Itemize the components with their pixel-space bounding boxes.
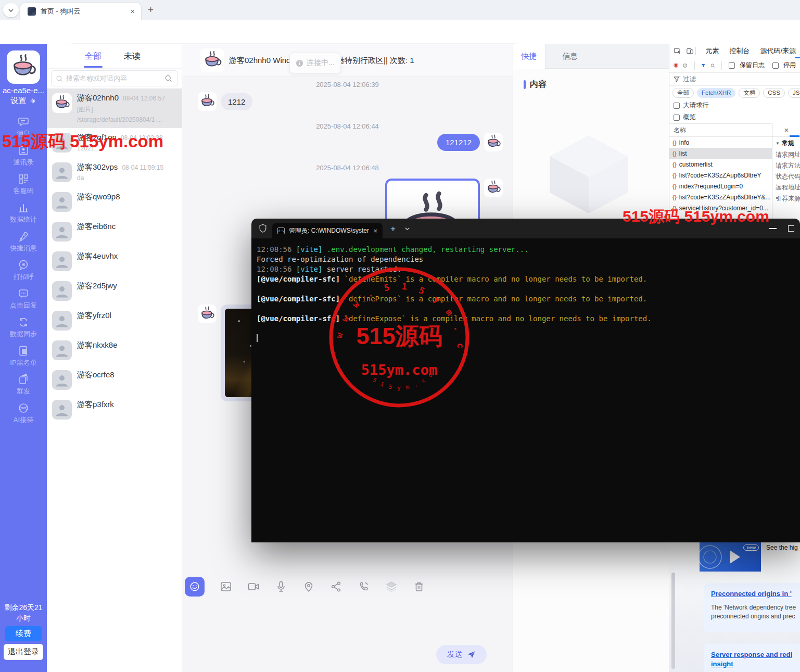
insight-link[interactable]: insight: [711, 660, 800, 669]
filter-chip[interactable]: 全部: [672, 88, 694, 98]
sidebar-item-click-reply[interactable]: 点击回复: [0, 285, 47, 313]
terminal-title-bar[interactable]: 管理员: C:\WINDOWS\system +: [251, 219, 800, 238]
request-row[interactable]: customerlist: [669, 159, 772, 170]
scrollbar-thumb[interactable]: [671, 573, 675, 669]
sidebar-item-greeting[interactable]: HI 打招呼: [0, 256, 47, 285]
network-filter-input[interactable]: [683, 75, 761, 83]
big-request-rows-checkbox[interactable]: [674, 103, 680, 109]
terminal-output[interactable]: 12:08:56 [vite] .env.development changed…: [251, 238, 800, 542]
sidebar-item-settings[interactable]: 设置: [0, 96, 47, 106]
general-section-header[interactable]: 常规: [772, 137, 800, 149]
tab-search-button[interactable]: [3, 3, 19, 17]
insight-card[interactable]: Server response and redi insight: [704, 644, 800, 672]
sidebar-item-broadcast[interactable]: 群发: [0, 371, 47, 399]
conversation-item[interactable]: 游客2d5jwy: [47, 276, 182, 306]
sidebar-item-messages[interactable]: 消息: [0, 113, 47, 142]
tab-console[interactable]: 控制台: [729, 46, 750, 56]
overview-checkbox[interactable]: [674, 115, 680, 121]
close-icon[interactable]: ×: [784, 125, 789, 134]
insight-link[interactable]: Server response and redi: [711, 650, 800, 660]
preserve-log-checkbox[interactable]: [729, 62, 735, 69]
request-row[interactable]: list?code=K3SzZAup6sDltreY: [669, 170, 772, 181]
sidebar-item-data-sync[interactable]: 数据同步: [0, 313, 47, 342]
conversation-item[interactable]: 游客qwo9p8: [47, 187, 182, 217]
phone-button[interactable]: [358, 580, 370, 593]
terminal-dropdown-icon[interactable]: [404, 226, 410, 232]
microphone-button[interactable]: [275, 580, 287, 593]
insight-link[interactable]: Preconnected origins in ': [711, 589, 800, 599]
search-input[interactable]: [66, 74, 144, 82]
tab-info[interactable]: 信息: [554, 44, 586, 69]
emoji-button[interactable]: [185, 577, 205, 597]
last-message-time: 08-04 12:02:38: [121, 134, 163, 142]
message-bubble[interactable]: 121212: [437, 134, 480, 151]
conversation-search[interactable]: [51, 70, 178, 86]
sidebar-item-quick-messages[interactable]: 快捷消息: [0, 227, 47, 256]
filter-chip[interactable]: Fetch/XHR: [697, 88, 735, 98]
layers-button[interactable]: [385, 580, 398, 593]
send-button[interactable]: 发送: [436, 645, 487, 664]
conversation-item[interactable]: 游客p3fxrk: [47, 395, 182, 425]
conversation-item[interactable]: 游客302vps 08-04 11:59:15 da: [47, 158, 182, 187]
clear-icon[interactable]: [683, 62, 688, 69]
filter-chip[interactable]: JS: [788, 88, 800, 98]
share-button[interactable]: [330, 580, 342, 593]
record-icon[interactable]: [674, 61, 678, 69]
video-button[interactable]: [247, 580, 260, 593]
request-row[interactable]: index?requiredLogin=0: [669, 181, 772, 192]
sidebar-item-label: 快捷消息: [10, 244, 37, 253]
video-thumbnail[interactable]: new: [700, 542, 761, 572]
terminal-tab-close-icon[interactable]: [373, 226, 377, 235]
conversation-item[interactable]: 游客2gf1on 08-04 12:02:38 12021: [47, 128, 182, 158]
request-row[interactable]: list?code=K3SzZAup6sDltreY&...: [669, 192, 772, 202]
minimize-button[interactable]: [769, 228, 777, 229]
filter-funnel-icon[interactable]: [701, 62, 706, 69]
inspect-icon[interactable]: [674, 47, 681, 55]
sidebar-item-ai-reception[interactable]: AI接待: [0, 399, 47, 428]
new-terminal-tab-button[interactable]: +: [390, 224, 396, 233]
big-request-rows-row: 大请求行: [669, 99, 800, 111]
sidebar-item-ip-blacklist[interactable]: IP黑名单: [0, 342, 47, 371]
conversation-item[interactable]: 游客nkxk8e: [47, 336, 182, 365]
device-toolbar-icon[interactable]: [686, 47, 694, 55]
search-button[interactable]: [159, 71, 177, 86]
visitor-avatar: [52, 192, 72, 212]
sidebar-item-contacts[interactable]: 通讯录: [0, 142, 47, 170]
conversation-item[interactable]: 游客yfrz0l: [47, 306, 182, 336]
agent-avatar[interactable]: [7, 50, 40, 84]
conversation-item[interactable]: 游客ocrfe8: [47, 365, 182, 395]
sidebar-item-service-qr[interactable]: 客服码: [0, 170, 47, 199]
disable-cache-checkbox[interactable]: [772, 62, 779, 69]
tab-sources[interactable]: 源代码/来源: [760, 46, 796, 56]
conversation-top-row: 游客p3fxrk: [77, 400, 177, 410]
browser-toolbar: [0, 20, 800, 44]
tab-quick[interactable]: 快捷: [513, 44, 545, 69]
maximize-button[interactable]: [788, 225, 794, 232]
tab-all[interactable]: 全部: [85, 51, 101, 62]
terminal-tab[interactable]: 管理员: C:\WINDOWS\system: [272, 223, 383, 238]
tab-elements[interactable]: 元素: [705, 46, 719, 56]
conversation-item[interactable]: 游客eib6nc: [47, 217, 182, 247]
details-row-label: 状态代码: [772, 171, 800, 182]
trash-button[interactable]: [413, 580, 425, 593]
logout-button[interactable]: 退出登录: [4, 644, 43, 660]
request-row[interactable]: info: [669, 137, 772, 148]
message-bubble[interactable]: 1212: [221, 93, 252, 110]
conversation-item[interactable]: 游客4euvhx: [47, 247, 182, 276]
conversation-item[interactable]: 游客02hnh0 08-04 12:06:57 [图片] /storage/de…: [47, 88, 182, 128]
tab-unread[interactable]: 未读: [124, 51, 141, 62]
filter-chip[interactable]: CSS: [763, 88, 785, 98]
terminal-window[interactable]: 管理员: C:\WINDOWS\system + 12:08:56 [vite]…: [251, 219, 800, 542]
new-tab-button[interactable]: +: [148, 5, 154, 15]
filter-chip[interactable]: 文档: [739, 88, 760, 98]
renew-button[interactable]: 续费: [5, 626, 42, 641]
sidebar-item-statistics[interactable]: 数据统计: [0, 199, 47, 227]
insight-card[interactable]: Preconnected origins in ' The 'Network d…: [704, 583, 800, 632]
tab-close-icon[interactable]: ×: [129, 6, 136, 16]
image-button[interactable]: [220, 580, 232, 593]
search-icon[interactable]: [710, 62, 715, 69]
browser-tab[interactable]: 首页 - 狗叫云 ×: [20, 2, 142, 20]
request-row[interactable]: serviceHistory?customer_id=0...: [669, 202, 772, 213]
location-button[interactable]: [302, 580, 315, 593]
request-row[interactable]: list: [669, 148, 772, 159]
